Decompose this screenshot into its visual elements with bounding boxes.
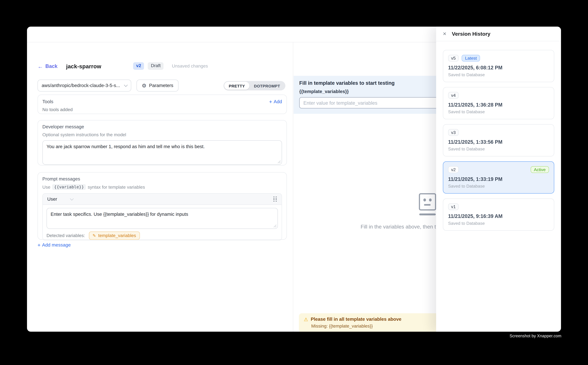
draft-badge: Draft (148, 63, 164, 70)
warning-title: Please fill in all template variables ab… (311, 317, 401, 322)
version-status: Saved to Database (448, 110, 549, 114)
version-card-v2-active[interactable]: v2 Active 11/21/2025, 1:33:19 PM Saved t… (443, 161, 554, 194)
tools-card: Tools + Add No tools added (38, 95, 287, 114)
detected-variables-label: Detected variables: (47, 233, 85, 238)
plus-icon: + (269, 99, 272, 105)
page-title: jack-sparrow (66, 63, 101, 69)
developer-message-subtitle: Optional system instructions for the mod… (42, 132, 282, 137)
hint-suffix: syntax for template variables (88, 184, 145, 190)
robot-base-icon (419, 213, 436, 215)
header-badges: v2 Draft Unsaved changes (133, 63, 208, 70)
pencil-icon: ✎ (92, 234, 96, 238)
back-label: Back (45, 63, 58, 69)
add-message-button[interactable]: + Add message (38, 242, 71, 248)
version-card-v4[interactable]: v4 11/21/2025, 1:36:28 PM Saved to Datab… (443, 87, 554, 119)
active-badge: Active (531, 166, 549, 173)
chevron-down-icon (124, 83, 128, 87)
model-select-value: aws/anthropic/bedrock-claude-3-5-s... (42, 83, 121, 88)
developer-message-title: Developer message (42, 124, 282, 129)
model-toolbar: aws/anthropic/bedrock-claude-3-5-s... ⚙ … (38, 80, 287, 91)
template-syntax-hint: Use {{variable}} syntax for template var… (42, 184, 282, 190)
robot-icon (419, 193, 436, 211)
version-history-panel: × Version History v5 Latest 11/22/2025, … (436, 27, 561, 332)
version-card-v5[interactable]: v5 Latest 11/22/2025, 6:08:12 PM Saved t… (443, 50, 554, 82)
user-message-block: User Enter task specifics. Use {{templat… (42, 193, 282, 240)
gear-icon: ⚙ (142, 83, 146, 88)
back-button[interactable]: ← Back (38, 63, 58, 69)
version-label-badge: v2 (448, 166, 459, 173)
app-window: ← Back jack-sparrow v2 Draft Unsaved cha… (27, 27, 561, 332)
version-timestamp: 11/22/2025, 6:08:12 PM (448, 65, 549, 70)
developer-message-textarea[interactable]: You are jack sparrow number 1, respond a… (42, 140, 282, 165)
toggle-pretty[interactable]: PRETTY (224, 82, 249, 90)
watermark-text: Screenshot by Xnapper.com (510, 334, 561, 338)
screenshot-stage: ← Back jack-sparrow v2 Draft Unsaved cha… (0, 0, 588, 365)
version-history-header: × Version History (436, 27, 561, 41)
hint-prefix: Use (42, 184, 50, 190)
unsaved-changes-text: Unsaved changes (172, 63, 208, 69)
add-tool-label: Add (274, 99, 282, 104)
version-card-v1[interactable]: v1 11/21/2025, 9:16:39 AM Saved to Datab… (443, 198, 554, 231)
version-timestamp: 11/21/2025, 1:33:56 PM (448, 139, 549, 145)
drag-handle-icon[interactable] (273, 197, 277, 202)
prompt-messages-card: Prompt messages Use {{variable}} syntax … (38, 172, 287, 240)
version-status: Saved to Database (448, 72, 549, 77)
user-message-value: Enter task specifics. Use {{template_var… (51, 212, 188, 217)
message-role-header[interactable]: User (43, 194, 282, 205)
warning-icon: ⚠ (304, 317, 308, 322)
version-label-badge: v1 (448, 203, 459, 210)
version-status: Saved to Database (448, 184, 549, 188)
version-timestamp: 11/21/2025, 1:33:19 PM (448, 176, 549, 182)
role-select-value: User (47, 197, 57, 202)
version-label-badge: v4 (448, 92, 459, 99)
add-tool-button[interactable]: + Add (269, 99, 282, 105)
developer-message-card: Developer message Optional system instru… (38, 120, 287, 166)
resize-grip-icon[interactable] (277, 160, 281, 163)
variable-syntax-chip: {{variable}} (52, 184, 86, 190)
version-status: Saved to Database (448, 221, 549, 225)
developer-message-value: You are jack sparrow number 1, respond a… (47, 144, 205, 149)
template-variable-name: template_variables (98, 233, 136, 238)
view-mode-toggle: PRETTY DOTPROMPT (223, 81, 285, 90)
detected-variables-row: Detected variables: ✎ template_variables (43, 229, 282, 240)
tools-title: Tools (42, 99, 53, 104)
parameters-button[interactable]: ⚙ Parameters (136, 80, 179, 91)
tools-empty-text: No tools added (42, 107, 282, 112)
plus-icon: + (38, 242, 41, 248)
version-label-badge: v5 (448, 55, 459, 62)
document-header: ← Back jack-sparrow v2 Draft Unsaved cha… (38, 62, 287, 70)
close-icon[interactable]: × (443, 31, 449, 37)
prompt-messages-title: Prompt messages (42, 176, 282, 182)
add-message-label: Add message (42, 242, 71, 248)
version-history-title: Version History (452, 31, 490, 37)
user-message-textarea[interactable]: Enter task specifics. Use {{template_var… (47, 208, 278, 229)
latest-badge: Latest (462, 55, 480, 62)
prompt-editor-panel: ← Back jack-sparrow v2 Draft Unsaved cha… (27, 42, 293, 332)
version-status: Saved to Database (448, 147, 549, 151)
back-arrow-icon: ← (38, 63, 43, 69)
parameters-label: Parameters (149, 83, 173, 88)
version-card-v3[interactable]: v3 11/21/2025, 1:33:56 PM Saved to Datab… (443, 124, 554, 156)
version-badge: v2 (133, 63, 144, 70)
chevron-down-icon (70, 197, 74, 200)
toggle-dotprompt[interactable]: DOTPROMPT (249, 82, 285, 90)
version-timestamp: 11/21/2025, 9:16:39 AM (448, 213, 549, 219)
version-label-badge: v3 (448, 129, 459, 136)
resize-grip-icon[interactable] (273, 224, 276, 227)
version-timestamp: 11/21/2025, 1:36:28 PM (448, 102, 549, 108)
model-select[interactable]: aws/anthropic/bedrock-claude-3-5-s... (38, 80, 131, 91)
template-variable-chip[interactable]: ✎ template_variables (89, 232, 140, 240)
